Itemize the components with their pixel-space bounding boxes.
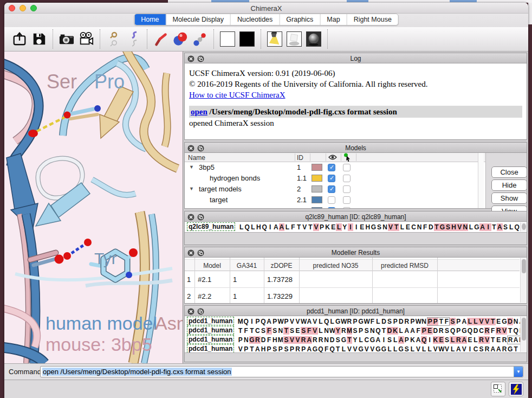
row-number: 2: [187, 292, 191, 300]
panel-stack: Log UCSF ChimeraX version: 0.91 (2019-06…: [183, 52, 528, 363]
show-hide-atoms-button[interactable]: [104, 29, 124, 49]
cite-link[interactable]: How to cite UCSF ChimeraX: [189, 91, 286, 99]
sequence-letters[interactable]: PNGRDFHMSVVRARRNDSGTYLCGAISLAPKAQIKESLRA…: [237, 335, 524, 344]
log-content[interactable]: UCSF ChimeraX version: 0.91 (2019-06-06)…: [185, 63, 527, 139]
model-shown-checkbox[interactable]: [328, 185, 335, 193]
column-header-predicted-no35: predicted NO35: [299, 262, 372, 269]
sequence-label[interactable]: pdcd1_human: [187, 344, 234, 353]
model-id: 1.1: [297, 174, 307, 182]
white-background-button[interactable]: [218, 29, 237, 49]
show-hide-atoms-icon: [107, 31, 120, 47]
models-show-button[interactable]: Show: [491, 192, 527, 204]
open-command-link[interactable]: open: [191, 107, 207, 116]
ga341-cell: 1: [233, 292, 237, 300]
model-selected-checkbox[interactable]: [343, 196, 351, 204]
model-row[interactable]: ▼3bp51: [185, 162, 485, 173]
model-shown-checkbox[interactable]: [328, 164, 335, 171]
model-selected-checkbox[interactable]: [343, 207, 351, 208]
model-selected-checkbox[interactable]: [343, 185, 351, 193]
sequence-letters[interactable]: TFTCSFSNTSESFVLNWYRMSPSNQTDKLAAFPEDRSQPG…: [237, 325, 524, 335]
black-background-button[interactable]: [237, 29, 257, 49]
background-window-fragment: [211, 0, 249, 2]
window-size-button[interactable]: [491, 382, 505, 396]
models-scrollbar[interactable]: [478, 153, 484, 208]
model-name: hydrogen bonds: [210, 174, 260, 182]
model-color-swatch[interactable]: [312, 196, 322, 203]
tab-right-mouse[interactable]: Right Mouse: [347, 14, 398, 25]
full-lighting-button[interactable]: [304, 29, 323, 49]
show-hide-cartoons-icon: [127, 31, 140, 47]
command-history-dropdown-button[interactable]: ▼: [514, 367, 523, 377]
scrollbar-thumb[interactable]: [522, 318, 526, 341]
show-hide-cartoons-button[interactable]: [124, 29, 143, 49]
model-row[interactable]: hydrogen bonds1.1: [185, 173, 485, 184]
title-bar[interactable]: ChimeraX: [4, 3, 528, 14]
scrollbar-thumb[interactable]: [522, 259, 526, 273]
stick-style-button[interactable]: [151, 29, 171, 49]
viewport-label-tyr: Tyr: [94, 249, 117, 267]
model-shown-checkbox[interactable]: [328, 207, 335, 208]
sequence-label[interactable]: q2lc89_human: [187, 222, 235, 231]
log-copyright-line: © 2016-2019 Regents of the University of…: [189, 79, 522, 89]
record-movie-button[interactable]: [76, 29, 96, 49]
modeller-results-panel: Modeller Results Model GA341 zDOPE predi…: [184, 247, 527, 304]
models-close-button[interactable]: Close: [491, 166, 527, 178]
model-name: target models: [199, 185, 242, 193]
modeller-result-row[interactable]: 2 #2.2 1 1.73229: [185, 288, 520, 303]
status-bar: [4, 380, 528, 398]
sequence-label[interactable]: pdcd1_human: [187, 326, 234, 335]
fast-mode-button[interactable]: [509, 382, 523, 396]
viewport-label-mouse-3bp5: mouse: 3bp5: [46, 334, 152, 355]
scrollbar-thumb[interactable]: [522, 223, 526, 230]
column-header-name: Name: [188, 154, 205, 162]
snapshot-camera-icon: [59, 31, 75, 47]
tree-expand-icon[interactable]: ▼: [189, 186, 194, 191]
model-color-swatch[interactable]: [312, 164, 322, 171]
model-row[interactable]: target2.1: [185, 195, 485, 206]
sphere-style-button[interactable]: [171, 29, 190, 49]
model-shown-checkbox[interactable]: [328, 196, 335, 204]
tree-expand-icon[interactable]: ▼: [189, 164, 194, 170]
tab-molecule-display[interactable]: Molecule Display: [166, 14, 230, 25]
panel-title: Models: [185, 144, 527, 152]
sequence-label[interactable]: pdcd1_human: [187, 317, 234, 325]
tab-nucleotides[interactable]: Nucleotides: [231, 14, 280, 25]
model-row[interactable]: [185, 206, 485, 208]
soft-lighting-button[interactable]: [284, 29, 304, 49]
ball-and-stick-style-button[interactable]: [190, 29, 210, 49]
models-hide-button[interactable]: Hide: [491, 179, 527, 191]
black-background-icon: [239, 31, 255, 47]
command-input[interactable]: open /Users/meng/Desktop/model-pdl-fig.c…: [40, 366, 523, 377]
model-name: target: [210, 196, 228, 204]
toolbar-separator: [147, 29, 147, 49]
model-row[interactable]: ▼target models2: [185, 184, 485, 195]
tab-home[interactable]: Home: [134, 14, 166, 25]
model-selected-checkbox[interactable]: [343, 164, 351, 171]
model-color-swatch[interactable]: [312, 207, 322, 208]
column-header-ga341: GA341: [230, 262, 264, 269]
sequence-view[interactable]: pdcd1_humanMQIPQAPWPVVWAVLQLGWRPGWFLDSPD…: [185, 316, 527, 362]
column-header-predicted-rmsd: predicted RMSD: [372, 262, 437, 269]
graphics-viewport[interactable]: Ser Pro Tyr human model Asn mouse: 3bp5: [4, 52, 183, 363]
sequence-view[interactable]: q2lc89_humanLQLHQIAALFTVTVPKELYIIEHGSNVT…: [185, 222, 527, 245]
model-color-swatch[interactable]: [312, 175, 322, 182]
open-button[interactable]: [10, 29, 29, 49]
sequence-letters[interactable]: MQIPQAPWPVVWAVLQLGWRPGWFLDSPDRPWNPPTFSPA…: [237, 316, 524, 326]
model-name: 3bp5: [199, 163, 215, 171]
panel-title: q2lc89_human [ID: q2lc89_human]: [185, 213, 527, 221]
save-button[interactable]: [29, 29, 49, 49]
full-lighting-icon: [306, 31, 321, 47]
tab-map[interactable]: Map: [320, 14, 347, 25]
modeller-result-row[interactable]: 1 #2.1 1 1.73728: [185, 271, 520, 288]
ga341-cell: 1: [233, 275, 237, 284]
model-color-swatch[interactable]: [312, 185, 322, 192]
log-result-line: opened ChimeraX session: [189, 118, 522, 129]
tab-graphics[interactable]: Graphics: [280, 14, 320, 25]
white-background-icon: [220, 31, 235, 47]
model-shown-checkbox[interactable]: [328, 175, 335, 182]
sequence-label[interactable]: pdcd1_human: [187, 335, 234, 344]
model-selected-checkbox[interactable]: [343, 175, 351, 182]
sequence-letters[interactable]: LQLHQIAALFTVTVPKELYIIEHGSNVTLECNFDTGSHVN…: [238, 222, 525, 232]
snapshot-button[interactable]: [57, 29, 76, 49]
simple-lighting-button[interactable]: [265, 29, 284, 49]
